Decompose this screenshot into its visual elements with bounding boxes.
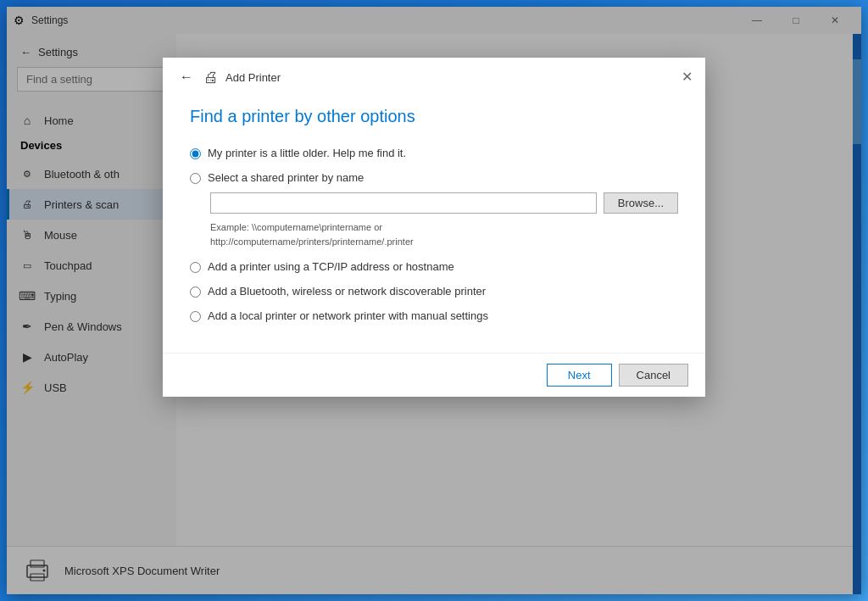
modal-overlay: ← 🖨 Add Printer ✕ Find a printer by othe… [7, 7, 861, 594]
radio-input-3[interactable] [190, 262, 201, 273]
radio-option-1[interactable]: My printer is a little older. Help me fi… [190, 147, 678, 159]
shared-printer-input[interactable] [210, 192, 597, 214]
modal-printer-icon: 🖨 [203, 69, 219, 86]
modal-body: Find a printer by other options My print… [163, 93, 705, 353]
radio-option-4[interactable]: Add a Bluetooth, wireless or network dis… [190, 285, 678, 298]
radio-input-4[interactable] [190, 287, 201, 298]
modal-close-button[interactable]: ✕ [675, 64, 698, 88]
next-button[interactable]: Next [547, 364, 612, 387]
shared-printer-input-row: Browse... [210, 192, 678, 214]
cancel-button[interactable]: Cancel [619, 364, 688, 387]
modal-heading: Find a printer by other options [190, 107, 678, 126]
window-frame: ⚙ Settings — □ ✕ ← Settings ⌂ Home Devic… [7, 7, 861, 594]
modal-footer: Next Cancel [163, 353, 705, 397]
radio-option-5[interactable]: Add a local printer or network printer w… [190, 309, 678, 322]
modal-title-bar: ← 🖨 Add Printer ✕ [163, 58, 705, 93]
shared-printer-section: Browse... Example: \\computername\printe… [210, 192, 678, 248]
radio-input-5[interactable] [190, 311, 201, 322]
modal-title-text: Add Printer [225, 71, 281, 84]
radio-option-2[interactable]: Select a shared printer by name [190, 171, 678, 184]
example-text: Example: \\computername\printername orht… [210, 220, 678, 248]
radio-label-2: Select a shared printer by name [208, 171, 364, 184]
modal-back-button[interactable]: ← [176, 68, 197, 86]
radio-label-4: Add a Bluetooth, wireless or network dis… [208, 285, 486, 298]
radio-option-3[interactable]: Add a printer using a TCP/IP address or … [190, 260, 678, 273]
radio-input-2[interactable] [190, 173, 201, 184]
add-printer-dialog: ← 🖨 Add Printer ✕ Find a printer by othe… [163, 58, 705, 397]
radio-label-5: Add a local printer or network printer w… [208, 309, 488, 322]
radio-input-1[interactable] [190, 148, 201, 159]
browse-button[interactable]: Browse... [604, 192, 678, 214]
radio-label-3: Add a printer using a TCP/IP address or … [208, 260, 454, 273]
radio-label-1: My printer is a little older. Help me fi… [208, 147, 406, 159]
